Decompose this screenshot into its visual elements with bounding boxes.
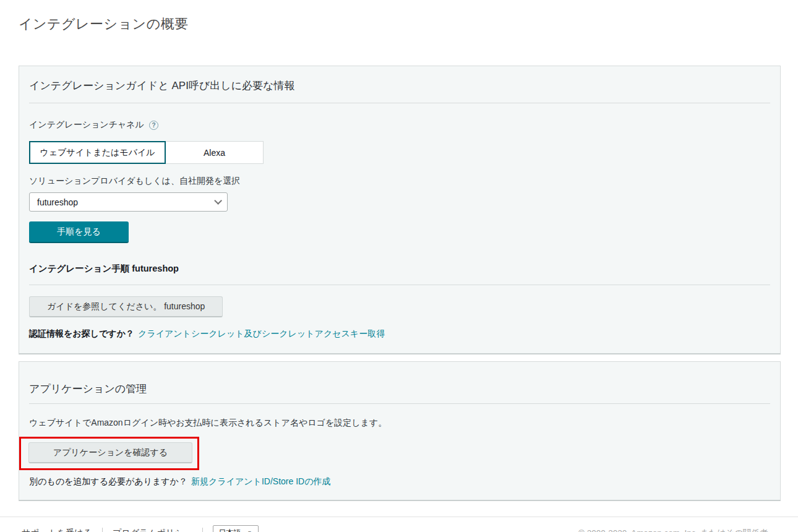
divider	[29, 403, 770, 404]
divider	[102, 528, 103, 532]
channel-tab-group: ウェブサイトまたはモバイル Alexa	[29, 141, 770, 164]
view-steps-button[interactable]: 手順を見る	[29, 221, 129, 243]
highlight-box: アプリケーションを確認する	[19, 437, 199, 470]
footer: サポートを受ける プログラムポリシー 日本語 ▼ © 2000-2020, Am…	[22, 525, 776, 532]
provider-select-value: futureshop	[37, 197, 78, 207]
integration-guide-card-title: インテグレーションガイドと API呼び出しに必要な情報	[29, 79, 770, 93]
support-link[interactable]: サポートを受ける	[22, 528, 92, 532]
language-select-value: 日本語	[219, 528, 241, 532]
credentials-question: 認証情報をお探しですか？	[29, 328, 134, 338]
tab-alexa[interactable]: Alexa	[166, 141, 264, 164]
divider	[29, 285, 770, 285]
integration-channel-label: インテグレーションチャネル	[29, 119, 144, 131]
provider-label: ソリューションプロバイダもしくは、自社開発を選択	[29, 176, 770, 187]
application-management-card: アプリケーションの管理 ウェブサイトでAmazonログイン時やお支払時に表示され…	[19, 361, 781, 501]
application-description: ウェブサイトでAmazonログイン時やお支払時に表示されるストア名やロゴを設定し…	[29, 418, 770, 429]
page-title: インテグレーションの概要	[19, 15, 798, 33]
divider	[202, 528, 203, 532]
chevron-down-icon	[214, 197, 222, 205]
provider-select[interactable]: futureshop	[29, 192, 228, 212]
help-icon[interactable]: ?	[149, 121, 158, 130]
create-client-id-link[interactable]: 新規クライアントID/Store IDの作成	[191, 476, 331, 486]
credentials-link[interactable]: クライアントシークレット及びシークレットアクセスキー取得	[138, 328, 385, 338]
tab-website-or-mobile[interactable]: ウェブサイトまたはモバイル	[29, 141, 166, 164]
add-another-question: 別のものを追加する必要がありますか？	[29, 476, 187, 486]
language-select[interactable]: 日本語 ▼	[213, 525, 259, 532]
integration-central-page: インテグレーションの概要 インテグレーションガイドと API呼び出しに必要な情報…	[0, 0, 798, 532]
copyright-text: © 2000-2020, Amazon.com, Inc. またはその関係者。	[578, 528, 776, 532]
application-management-card-title: アプリケーションの管理	[29, 382, 770, 396]
guide-reference-button[interactable]: ガイドを参照してください。 futureshop	[29, 296, 223, 317]
integration-steps-heading: インテグレーション手順 futureshop	[29, 263, 770, 275]
divider	[29, 103, 770, 103]
program-policy-link[interactable]: プログラムポリシー	[113, 528, 192, 532]
integration-guide-card: インテグレーションガイドと API呼び出しに必要な情報 インテグレーションチャネ…	[19, 66, 781, 354]
footer-divider	[0, 517, 798, 517]
view-applications-button[interactable]: アプリケーションを確認する	[28, 442, 192, 463]
